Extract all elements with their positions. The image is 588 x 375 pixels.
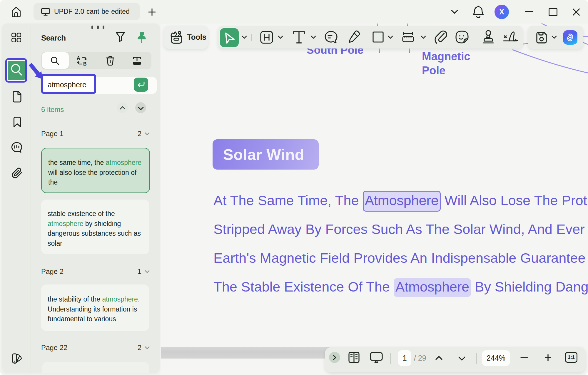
svg-text:A: A	[77, 56, 80, 61]
svg-text:B: B	[83, 61, 87, 66]
